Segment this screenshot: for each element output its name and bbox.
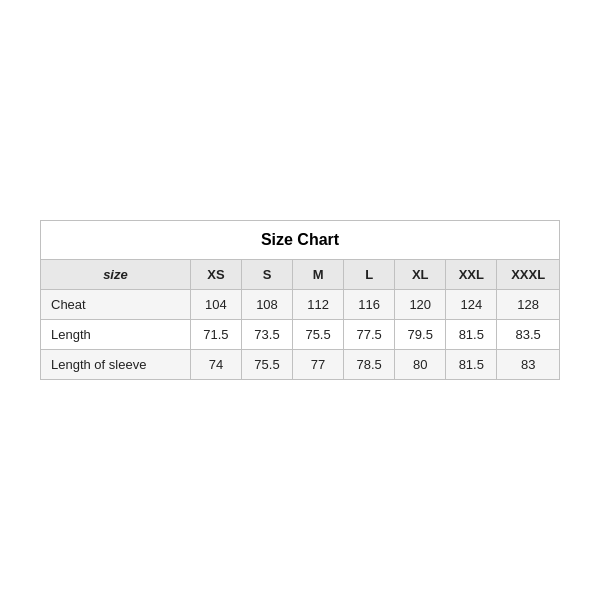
table-row: Length71.573.575.577.579.581.583.5 <box>41 320 560 350</box>
cell-2-0: 74 <box>190 350 241 380</box>
cell-1-5: 81.5 <box>446 320 497 350</box>
cell-0-1: 108 <box>241 290 292 320</box>
size-chart-container: Size Chart sizeXSSMLXLXXLXXXL Cheat10410… <box>40 220 560 380</box>
table-row: Length of sleeve7475.57778.58081.583 <box>41 350 560 380</box>
header-cell-0: size <box>41 260 191 290</box>
title-row: Size Chart <box>41 221 560 260</box>
cell-2-5: 81.5 <box>446 350 497 380</box>
cell-2-2: 77 <box>293 350 344 380</box>
header-cell-7: XXXL <box>497 260 560 290</box>
header-cell-6: XXL <box>446 260 497 290</box>
cell-0-5: 124 <box>446 290 497 320</box>
cell-1-1: 73.5 <box>241 320 292 350</box>
cell-1-2: 75.5 <box>293 320 344 350</box>
table-title: Size Chart <box>41 221 560 260</box>
table-row: Cheat104108112116120124128 <box>41 290 560 320</box>
header-cell-2: S <box>241 260 292 290</box>
cell-1-3: 77.5 <box>344 320 395 350</box>
cell-2-6: 83 <box>497 350 560 380</box>
cell-0-0: 104 <box>190 290 241 320</box>
cell-1-6: 83.5 <box>497 320 560 350</box>
row-label-0: Cheat <box>41 290 191 320</box>
row-label-2: Length of sleeve <box>41 350 191 380</box>
header-cell-5: XL <box>395 260 446 290</box>
cell-0-2: 112 <box>293 290 344 320</box>
size-chart-table: Size Chart sizeXSSMLXLXXLXXXL Cheat10410… <box>40 220 560 380</box>
cell-2-3: 78.5 <box>344 350 395 380</box>
cell-2-4: 80 <box>395 350 446 380</box>
table-body: Cheat104108112116120124128Length71.573.5… <box>41 290 560 380</box>
row-label-1: Length <box>41 320 191 350</box>
cell-0-4: 120 <box>395 290 446 320</box>
cell-2-1: 75.5 <box>241 350 292 380</box>
header-row: sizeXSSMLXLXXLXXXL <box>41 260 560 290</box>
cell-0-3: 116 <box>344 290 395 320</box>
cell-1-4: 79.5 <box>395 320 446 350</box>
header-cell-1: XS <box>190 260 241 290</box>
cell-1-0: 71.5 <box>190 320 241 350</box>
cell-0-6: 128 <box>497 290 560 320</box>
header-cell-3: M <box>293 260 344 290</box>
header-cell-4: L <box>344 260 395 290</box>
